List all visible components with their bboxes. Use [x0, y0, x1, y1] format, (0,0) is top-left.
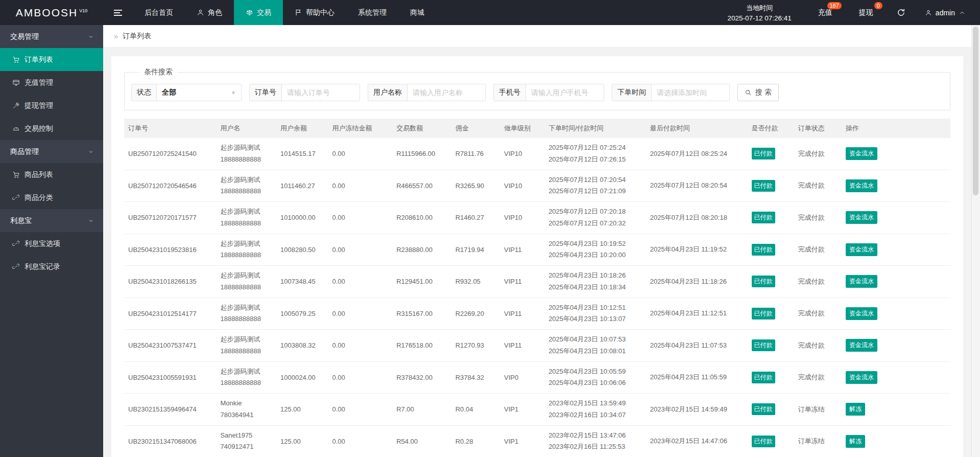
action-资金流水-button[interactable]: 资金流水 [846, 275, 877, 288]
vertical-scrollbar[interactable] [971, 25, 980, 457]
sidebar-group-label: 利息宝 [10, 216, 32, 225]
action-资金流水-button[interactable]: 资金流水 [846, 339, 877, 352]
paid-badge: 已付款 [752, 148, 775, 159]
sidebar-item-label: 交易控制 [25, 124, 53, 133]
order-row: UB2504231012514177起步源码测试1888888888810050… [124, 298, 950, 330]
user-balance: 1011460.27 [276, 170, 328, 202]
sidebar-item-4[interactable]: 交易控制 [0, 117, 103, 140]
action-资金流水-button[interactable]: 资金流水 [846, 179, 877, 192]
commission: R0.04 [451, 394, 500, 426]
last-pay-time: 2023年02月15日 14:59:49 [646, 394, 748, 426]
nav-tab-label: 交易 [257, 8, 271, 17]
order-pay-time: 2025年04月23日 10:19:522025年04月23日 10:20:00 [544, 234, 646, 266]
order-pay-time: 2023年02月15日 13:47:062023年02月16日 11:25:53 [544, 425, 646, 457]
user-icon [925, 9, 932, 16]
column-header: 下单时间/付款时间 [544, 119, 646, 138]
field-input[interactable] [408, 84, 485, 101]
vip-level: VIP10 [500, 202, 544, 234]
status-selected-value: 全部 [162, 88, 176, 97]
field-input[interactable] [526, 84, 604, 101]
order-status: 完成付款 [794, 170, 842, 202]
user-balance: 1007348.45 [276, 266, 328, 298]
search-field-0: 订单号 [249, 84, 360, 101]
recharge-button[interactable]: 充值 187 [805, 0, 846, 25]
sidebar-item-2[interactable]: 充值管理 [0, 71, 103, 94]
sidebar-group-0[interactable]: 交易管理 [0, 25, 103, 48]
nav-tab-3[interactable]: 帮助中心 [283, 0, 346, 25]
order-no: UB2504231012514177 [124, 298, 216, 330]
user-name-cell: 起步源码测试18888888888 [216, 266, 276, 298]
row-actions: 资金流水 [842, 361, 950, 394]
nav-tab-0[interactable]: 后台首页 [133, 0, 185, 25]
paid-status: 已付款 [748, 202, 794, 234]
field-input[interactable] [652, 84, 729, 101]
sidebar-group-5[interactable]: 商品管理 [0, 140, 103, 163]
action-资金流水-button[interactable]: 资金流水 [846, 371, 877, 384]
sidebar-item-1[interactable]: 订单列表 [0, 48, 103, 71]
sidebar-item-10[interactable]: 利息宝记录 [0, 255, 103, 278]
action-资金流水-button[interactable]: 资金流水 [846, 147, 877, 160]
nav-tab-2[interactable]: 交易 [234, 0, 283, 25]
order-status: 完成付款 [794, 298, 842, 330]
nav-tab-4[interactable]: 系统管理 [346, 0, 398, 25]
paid-badge: 已付款 [752, 436, 775, 447]
sidebar-item-9[interactable]: 利息宝选项 [0, 232, 103, 255]
nav-tab-1[interactable]: 角色 [185, 0, 234, 25]
recharge-label: 充值 [818, 8, 832, 17]
card-icon [12, 79, 20, 86]
recharge-count-badge: 187 [827, 2, 842, 9]
sidebar-item-3[interactable]: 提现管理 [0, 94, 103, 117]
action-解冻-button[interactable]: 解冻 [846, 435, 865, 448]
order-no: UB2302151347068006 [124, 425, 216, 457]
brand-logo: AMBOOSH V10 [0, 0, 103, 25]
last-pay-time: 2025年04月23日 11:05:59 [646, 361, 748, 394]
action-资金流水-button[interactable]: 资金流水 [846, 211, 877, 224]
user-balance: 1000024.00 [276, 361, 328, 394]
user-balance: 1008280.50 [276, 234, 328, 266]
sidebar-item-7[interactable]: 商品分类 [0, 186, 103, 209]
user-balance: 1003808.32 [276, 330, 328, 362]
column-header: 订单状态 [794, 119, 842, 138]
order-no: UB2507120720171577 [124, 202, 216, 234]
action-资金流水-button[interactable]: 资金流水 [846, 307, 877, 320]
field-label: 手机号 [494, 84, 526, 101]
last-pay-time: 2025年07月12日 08:20:18 [646, 202, 748, 234]
trade-amount: R208610.00 [392, 202, 451, 234]
withdraw-button[interactable]: 提现 0 [846, 0, 887, 25]
field-input[interactable] [282, 84, 360, 101]
sidebar-item-6[interactable]: 商品列表 [0, 163, 103, 186]
local-time-value: 2025-07-12 07:26:41 [728, 13, 792, 24]
trade-amount: R1115966.00 [392, 138, 451, 170]
user-menu[interactable]: admin [916, 0, 980, 25]
sidebar-item-label: 商品列表 [25, 170, 53, 179]
order-pay-time: 2025年07月12日 07:25:242025年07月12日 07:26:15 [544, 138, 646, 170]
paid-status: 已付款 [748, 138, 794, 170]
user-frozen-amount: 0.00 [328, 394, 392, 426]
status-select[interactable]: 全部 ▼ [157, 84, 241, 101]
link-icon [12, 240, 20, 247]
user-frozen-amount: 0.00 [328, 425, 392, 457]
column-header: 最后付款时间 [646, 119, 748, 138]
refresh-button[interactable] [887, 0, 916, 25]
sidebar-collapse-button[interactable] [103, 0, 133, 25]
order-no: UB2504231019523816 [124, 234, 216, 266]
user-name-cell: 起步源码测试18888888888 [216, 234, 276, 266]
user-frozen-amount: 0.00 [328, 202, 392, 234]
row-actions: 资金流水 [842, 234, 950, 266]
action-解冻-button[interactable]: 解冻 [846, 403, 865, 416]
search-button[interactable]: 搜 索 [737, 84, 779, 101]
scrollbar-thumb[interactable] [973, 27, 978, 195]
commission: R7811.76 [451, 138, 500, 170]
sidebar-item-label: 订单列表 [25, 55, 53, 64]
action-资金流水-button[interactable]: 资金流水 [846, 243, 877, 256]
user-name-cell: 起步源码测试18888888888 [216, 138, 276, 170]
order-status: 完成付款 [794, 266, 842, 298]
navbar-right: 当地时间 2025-07-12 07:26:41 充值 187 提现 0 adm… [714, 0, 980, 25]
commission: R1460.27 [451, 202, 500, 234]
nav-tab-5[interactable]: 商城 [398, 0, 436, 25]
commission: R2269.20 [451, 298, 500, 330]
user-balance: 1014515.17 [276, 138, 328, 170]
column-header: 是否付款 [748, 119, 794, 138]
sidebar-group-8[interactable]: 利息宝 [0, 209, 103, 232]
search-form: 状态 全部 ▼ 订单号用户名称手机号下单时间 搜 索 [131, 84, 943, 101]
